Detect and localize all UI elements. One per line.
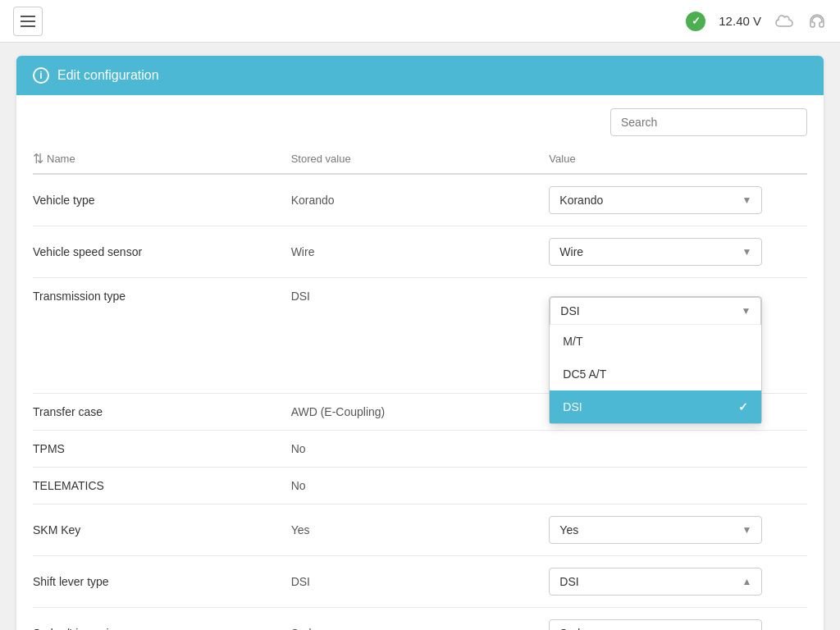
table-row: Vehicle speed sensor Wire Wire ▼ <box>33 226 807 278</box>
cloud-icon[interactable] <box>774 11 794 31</box>
row-stored-value: No <box>291 442 550 455</box>
sort-icon: ⇅ <box>33 151 43 167</box>
topbar: 12.40 V <box>0 0 840 43</box>
topbar-left <box>13 7 43 36</box>
vehicle-speed-sensor-dropdown[interactable]: Wire ▼ <box>549 238 762 266</box>
row-name: TPMS <box>33 442 291 455</box>
name-column-header: ⇅ Name <box>33 151 291 167</box>
hamburger-icon <box>21 16 35 27</box>
row-name: Vehicle type <box>33 194 291 207</box>
table-row: SKM Key Yes Yes ▼ <box>33 504 807 556</box>
skm-key-dropdown[interactable]: Yes ▼ <box>549 516 762 544</box>
table-row: Sedan/Limousine Sedan Sedan ▲ <box>33 608 807 630</box>
search-row <box>33 108 807 136</box>
row-stored-value: DSI <box>291 290 550 303</box>
chevron-down-icon: ▼ <box>741 305 751 317</box>
table-row: TPMS No <box>33 431 807 468</box>
dropdown-selected-value: Sedan <box>559 627 592 630</box>
info-icon: i <box>33 67 49 84</box>
row-stored-value: No <box>291 479 550 492</box>
table-row: Vehicle type Korando Korando ▼ <box>33 175 807 226</box>
checkmark-icon: ✓ <box>738 400 748 413</box>
chevron-up-icon: ▲ <box>742 576 751 587</box>
transmission-type-dropdown-open: DSI ▼ M/T DC5 A/T DSI ✓ <box>549 296 762 424</box>
topbar-right: 12.40 V <box>686 11 827 31</box>
row-name: SKM Key <box>33 523 291 536</box>
row-name: Vehicle speed sensor <box>33 245 291 258</box>
voltage-display: 12.40 V <box>719 14 761 28</box>
transmission-type-dropdown-trigger[interactable]: DSI ▼ <box>550 297 761 325</box>
chevron-down-icon: ▼ <box>742 524 751 536</box>
row-stored-value: Wire <box>291 245 550 258</box>
sedan-limousine-dropdown[interactable]: Sedan ▲ <box>549 619 762 630</box>
stored-value-column-header: Stored value <box>291 151 550 167</box>
search-input[interactable] <box>610 108 807 136</box>
dropdown-selected-value: Wire <box>559 245 583 258</box>
row-stored-value: AWD (E-Coupling) <box>291 405 550 418</box>
row-name: Sedan/Limousine <box>33 627 291 630</box>
dropdown-option-mt[interactable]: M/T <box>550 325 761 358</box>
row-value: Wire ▼ <box>549 238 807 266</box>
row-name: Shift lever type <box>33 575 291 588</box>
panel-header: i Edit configuration <box>16 56 824 95</box>
row-stored-value: Korando <box>291 194 550 207</box>
dropdown-selected-value: Korando <box>559 194 603 207</box>
shift-lever-type-dropdown[interactable]: DSI ▲ <box>549 568 762 596</box>
dropdown-selected-value: DSI <box>560 304 579 317</box>
dropdown-option-dsi[interactable]: DSI ✓ <box>550 390 761 423</box>
table-row: Shift lever type DSI DSI ▲ <box>33 556 807 608</box>
row-name: Transfer case <box>33 405 291 418</box>
row-stored-value: Yes <box>291 523 550 536</box>
row-name: Transmission type <box>33 290 291 303</box>
row-value: DSI ▲ <box>549 568 807 596</box>
row-name: TELEMATICS <box>33 479 291 492</box>
table-area: ⇅ Name Stored value Value Vehicle type K… <box>16 95 824 630</box>
chevron-down-icon: ▼ <box>742 246 751 258</box>
dropdown-option-dc5at[interactable]: DC5 A/T <box>550 358 761 390</box>
vehicle-type-dropdown[interactable]: Korando ▼ <box>549 186 762 214</box>
value-column-header: Value <box>549 151 807 167</box>
connection-status-icon <box>686 11 705 31</box>
chevron-down-icon: ▼ <box>742 194 751 206</box>
row-stored-value: DSI <box>291 575 550 588</box>
row-stored-value: Sedan <box>291 627 550 630</box>
edit-configuration-panel: i Edit configuration ⇅ Name Stored value… <box>16 56 824 630</box>
table-row: Transmission type DSI DSI ▼ M/T <box>33 278 807 394</box>
main-content: i Edit configuration ⇅ Name Stored value… <box>0 43 840 630</box>
menu-button[interactable] <box>13 7 43 36</box>
panel-title: Edit configuration <box>57 68 159 83</box>
table-rows: Vehicle type Korando Korando ▼ Vehicle s… <box>33 175 807 630</box>
column-headers: ⇅ Name Stored value Value <box>33 146 807 175</box>
row-value: Sedan ▲ <box>549 619 807 630</box>
row-value: Yes ▼ <box>549 516 807 544</box>
headphone-icon[interactable] <box>807 11 827 31</box>
dropdown-selected-value: Yes <box>559 523 578 536</box>
table-row: TELEMATICS No <box>33 468 807 504</box>
dropdown-selected-value: DSI <box>559 575 578 588</box>
row-value: Korando ▼ <box>549 186 807 214</box>
